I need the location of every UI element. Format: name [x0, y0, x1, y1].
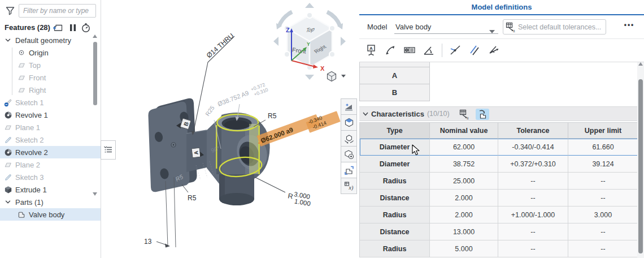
- characteristics-label: Characteristics: [371, 110, 424, 118]
- cell-upper-row4[interactable]: --: [568, 190, 637, 207]
- suppress-pause-icon[interactable]: [67, 23, 79, 33]
- datum-row-b[interactable]: B: [359, 84, 430, 101]
- cell-tolerance-row5[interactable]: +1.000/-1.000: [498, 207, 568, 223]
- select-default-tolerances-button[interactable]: ± Select default tolerances...: [503, 19, 606, 35]
- panel-title[interactable]: Model definitions: [472, 3, 532, 11]
- leader-tool-button[interactable]: [383, 43, 398, 58]
- tree-item-revolve-1[interactable]: Revolve 1: [0, 109, 101, 121]
- apply-tolerances-button[interactable]: ±: [458, 109, 471, 120]
- viewport-3d[interactable]: Top Front Right Z X Y: [101, 0, 359, 258]
- feature-list-toggle[interactable]: [101, 140, 116, 160]
- overflow-menu-button[interactable]: •••: [618, 21, 641, 29]
- scroll-up-icon[interactable]: [638, 62, 643, 66]
- scroll-up-icon[interactable]: [93, 35, 97, 38]
- angle-dimension-button[interactable]: [421, 43, 436, 58]
- cell-tolerance-row6[interactable]: --: [498, 223, 568, 240]
- tree-item-plane-2[interactable]: Plane 2: [0, 158, 101, 171]
- cell-nominal-row1[interactable]: 62.000: [430, 139, 498, 156]
- cell-nominal-row4[interactable]: 2.000: [430, 190, 498, 207]
- view-options-menu[interactable]: [328, 72, 346, 81]
- tree-item-sketch-2[interactable]: Sketch 2: [0, 134, 101, 146]
- tree-label: Parts (1): [15, 198, 43, 207]
- panel-scrollbar[interactable]: [637, 62, 644, 258]
- dropdown-caret-icon[interactable]: [489, 25, 495, 36]
- tree-item-extrude-1[interactable]: Extrude 1: [0, 183, 101, 196]
- tree-item-sketch-3[interactable]: Sketch 3: [0, 171, 101, 183]
- characteristics-count: (10/10): [427, 110, 450, 118]
- export-to-part-button[interactable]: [476, 109, 489, 120]
- cell-tolerance-row3[interactable]: --: [498, 173, 568, 190]
- features-header: Features (28): [0, 22, 101, 34]
- isometric-view-icon: [343, 117, 355, 128]
- tree-item-right[interactable]: Right: [0, 84, 101, 96]
- cell-tolerance-row4[interactable]: --: [498, 190, 568, 207]
- annotations-toggle-button[interactable]: x): [341, 178, 357, 194]
- scrollbar-thumb[interactable]: [93, 42, 97, 105]
- isometric-view-button[interactable]: [341, 114, 357, 131]
- cell-upper-row3[interactable]: --: [568, 173, 637, 190]
- tree-item-top[interactable]: Top: [0, 59, 101, 71]
- cell-upper-row2[interactable]: 39.124: [568, 156, 637, 173]
- point-on-line-button[interactable]: [448, 43, 463, 58]
- cell-type-row7[interactable]: Radius: [360, 240, 430, 257]
- datum-tool-button[interactable]: A: [364, 43, 378, 58]
- dimension-radius-25-label: R25: [204, 104, 216, 117]
- cell-type-row6[interactable]: Distance: [360, 223, 430, 240]
- rotate-view-button[interactable]: [341, 130, 357, 147]
- cell-upper-row7[interactable]: --: [568, 240, 637, 257]
- cell-upper-row1[interactable]: 61.660: [568, 139, 637, 156]
- tree-item-origin[interactable]: Origin: [0, 46, 101, 59]
- chevron-down-icon[interactable]: [363, 112, 368, 116]
- tree-item-revolve-2[interactable]: Revolve 2: [0, 146, 101, 158]
- cell-upper-row6[interactable]: --: [568, 223, 637, 240]
- cell-nominal-row7[interactable]: 5.000: [430, 240, 498, 257]
- viewport-canvas[interactable]: Top Front Right Z X Y: [101, 0, 359, 258]
- tree-item-sketch-1[interactable]: Sketch 1: [0, 96, 101, 109]
- cell-type-row5[interactable]: Radius: [360, 207, 430, 223]
- tree-group-default-geometry[interactable]: Default geometry: [0, 34, 101, 46]
- tree-item-front[interactable]: Front: [0, 71, 101, 84]
- cell-tolerance-row7[interactable]: --: [498, 240, 568, 257]
- chevron-icon[interactable]: [3, 197, 12, 207]
- tree-label: Extrude 1: [15, 186, 47, 194]
- datum-row-a[interactable]: A: [359, 67, 430, 84]
- tree-group-parts-1[interactable]: Parts (1): [0, 196, 101, 208]
- cell-nominal-row3[interactable]: 25.000: [430, 173, 498, 190]
- dropdown-underline: [394, 33, 498, 34]
- column-header-tolerance[interactable]: Tolerance: [498, 123, 568, 139]
- filter-icon[interactable]: [5, 5, 16, 16]
- cell-nominal-row5[interactable]: 2.000: [430, 207, 498, 223]
- cell-type-row4[interactable]: Distance: [360, 190, 430, 207]
- cell-type-row3[interactable]: Radius: [360, 173, 430, 190]
- scroll-down-icon[interactable]: [93, 192, 97, 196]
- cell-type-row1[interactable]: Diameter: [360, 139, 430, 156]
- column-header-type[interactable]: Type: [360, 123, 430, 139]
- tree-item-plane-1[interactable]: Plane 1: [0, 121, 101, 134]
- cell-upper-row5[interactable]: 3.000: [568, 207, 637, 223]
- angularity-button[interactable]: [486, 43, 501, 58]
- characteristics-section-header[interactable]: Characteristics (10/10) ±: [359, 106, 637, 121]
- parallel-constraint-button[interactable]: [467, 43, 482, 58]
- snapshot-button[interactable]: [341, 146, 357, 162]
- scrollbar-thumb[interactable]: [638, 79, 643, 253]
- chevron-icon[interactable]: [3, 36, 12, 45]
- cell-nominal-row2[interactable]: 38.752: [430, 156, 498, 173]
- column-header-nominal-value[interactable]: Nominal value: [430, 123, 498, 139]
- appearance-button[interactable]: [341, 98, 357, 115]
- new-folder-icon[interactable]: [52, 23, 63, 33]
- parallel-constraint-icon: [468, 44, 481, 57]
- tree-scrollbar[interactable]: [92, 35, 98, 196]
- model-dropdown[interactable]: Valve body: [395, 23, 486, 31]
- sync-model-button[interactable]: [341, 162, 357, 178]
- cell-nominal-row6[interactable]: 13.000: [430, 223, 498, 240]
- regeneration-time-icon[interactable]: [80, 23, 92, 33]
- cell-tolerance-row1[interactable]: -0.340/-0.414: [498, 139, 568, 156]
- cell-type-row2[interactable]: Diameter: [360, 156, 430, 173]
- dimension-radius-5-mid[interactable]: R5: [182, 184, 197, 202]
- dimension-radius-limits[interactable]: R 3.000 1.000: [255, 177, 312, 207]
- filter-input[interactable]: [19, 4, 96, 18]
- feature-control-frame-button[interactable]: [402, 43, 417, 58]
- column-header-upper-limit[interactable]: Upper limit: [568, 123, 637, 139]
- cell-tolerance-row2[interactable]: +0.372/+0.310: [498, 156, 568, 173]
- tree-item-valve-body[interactable]: Valve body: [0, 208, 101, 221]
